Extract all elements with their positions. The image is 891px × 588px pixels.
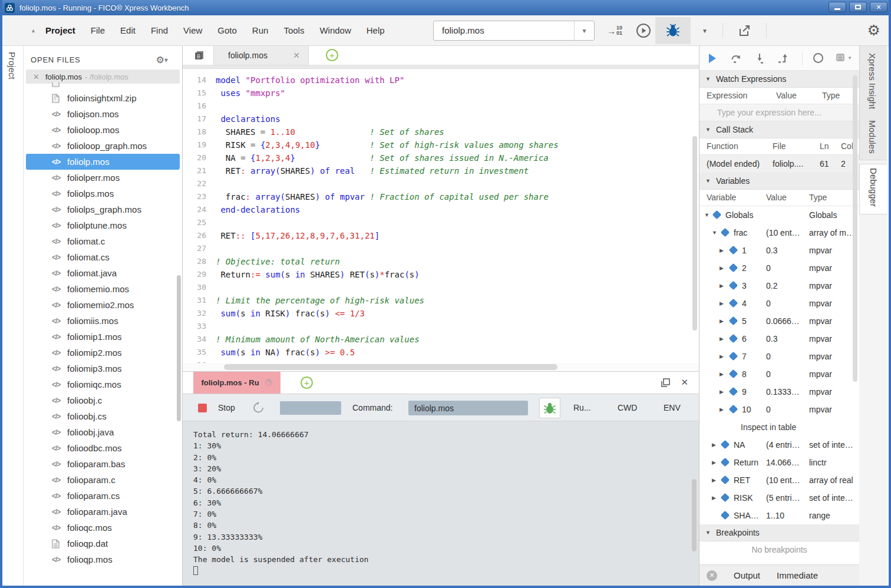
close-button[interactable]: ✕ (870, 2, 887, 12)
variable-row-2[interactable]: ▶20mpvar (699, 259, 859, 277)
run-debug-button[interactable] (539, 398, 560, 418)
watch-expression-input[interactable]: Type your expression here... (699, 104, 859, 121)
variable-row-SHA[interactable]: SHA…1..10range (699, 507, 859, 524)
file-tree-item-foliomip2-mos[interactable]: </>foliomip2.mos (24, 345, 182, 361)
panel-list-icon[interactable]: ▼ (836, 54, 852, 62)
file-tree-item-folioloop_graph-mos[interactable]: </>folioloop_graph.mos (24, 138, 182, 154)
open-files-gear-icon[interactable]: ⚙▼ (156, 54, 169, 65)
new-run-tab-button[interactable]: + (301, 376, 313, 389)
chevron-right-icon[interactable]: ▶ (712, 495, 716, 501)
variable-row-9[interactable]: ▶90.1333…mpvar (699, 383, 859, 401)
tab-modules[interactable]: Modules (867, 120, 877, 156)
variable-row-Globals[interactable]: ▼GlobalsGlobals (699, 206, 859, 224)
file-tree-item-folioqp-mos[interactable]: </>folioqp.mos (24, 551, 182, 567)
project-panel-tab[interactable]: Project (7, 52, 17, 82)
step-over-icon[interactable] (730, 52, 742, 64)
file-tree-item-foliojson-mos[interactable]: </>foliojson.mos (24, 106, 182, 122)
compile-button[interactable]: → 1001 (601, 21, 628, 40)
step-out-icon[interactable] (777, 52, 789, 64)
close-run-pane-icon[interactable]: ✕ (681, 377, 688, 388)
file-list-icon[interactable] (191, 48, 207, 62)
run-output-console[interactable]: Total return: 14.066666671: 30%2: 0%3: 2… (183, 421, 699, 586)
close-tab-icon[interactable]: ✕ (293, 51, 300, 60)
menu-tools[interactable]: Tools (276, 15, 312, 45)
file-tree-item-foliomat-java[interactable]: </>foliomat.java (24, 265, 182, 281)
clear-console-icon[interactable]: ✕ (707, 570, 717, 581)
file-tree-item-folioparam-java[interactable]: </>folioparam.java (24, 504, 182, 520)
chevron-down-icon[interactable]: ▼ (712, 230, 717, 236)
file-tree-item-folioobj-c[interactable]: </>folioobj.c (24, 392, 182, 408)
call-stack-header[interactable]: ▼ Call Stack (699, 121, 859, 138)
variable-row-RET[interactable]: ▶RET(10 ent…array of real (699, 471, 859, 489)
chevron-right-icon[interactable]: ▶ (720, 354, 724, 359)
file-tree-item-foliomip1-mos[interactable]: </>foliomip1.mos (24, 329, 182, 345)
code-editor[interactable]: 14model "Portfolio optimization with LP"… (183, 69, 699, 371)
console-tab-output[interactable]: Output (734, 570, 760, 580)
file-tree-item-folioinsightxml-zip[interactable]: folioinsightxml.zip (24, 90, 182, 106)
file-tree-item-foliolps-mos[interactable]: </>foliolps.mos (24, 186, 182, 201)
file-tree-scrollbar[interactable] (177, 275, 181, 421)
file-tree-item-folioparam-cs[interactable]: </>folioparam.cs (24, 488, 182, 504)
run-button[interactable] (633, 21, 654, 40)
variable-row-3[interactable]: ▶30.2mpvar (699, 277, 859, 295)
chevron-right-icon[interactable]: ▶ (720, 300, 724, 306)
chevron-right-icon[interactable]: ▶ (720, 407, 724, 412)
stop-label[interactable]: Stop (218, 403, 235, 412)
output-scrollbar[interactable] (692, 479, 697, 551)
tab-xpress-insight[interactable]: Xpress Insight (867, 53, 877, 111)
file-tree-item-folioparam-bas[interactable]: </>folioparam.bas (24, 456, 182, 472)
chevron-right-icon[interactable]: ▶ (720, 336, 724, 342)
variable-row-4[interactable]: ▶40mpvar (699, 295, 859, 312)
open-file-item[interactable]: ✕ foliolp.mos - /foliolp.mos (26, 70, 180, 84)
inspect-in-table-link[interactable]: Inspect in table (741, 422, 796, 432)
file-tree-item-folioobj-cs[interactable]: </>folioobj.cs (24, 408, 182, 424)
file-tree-item-folioqc-mos[interactable]: </>folioqc.mos (24, 520, 182, 536)
collapse-toolbar-icon[interactable]: ▲ (31, 28, 36, 34)
variable-row-RISK[interactable]: ▶RISK(5 entri…set of inte… (699, 489, 859, 507)
variable-row-8[interactable]: ▶80mpvar (699, 365, 859, 383)
chevron-down-icon[interactable]: ▼ (574, 21, 594, 40)
run-tab-foliolp[interactable]: foliolp.mos - Ru (193, 372, 280, 394)
variable-row-5[interactable]: ▶50.0666…mpvar (699, 312, 859, 330)
call-stack-row[interactable]: (Model ended)foliolp....612 (699, 155, 859, 173)
file-tree-item-foliolperr-mos[interactable]: </>foliolperr.mos (24, 170, 182, 186)
breakpoints-header[interactable]: ▼ Breakpoints (699, 524, 859, 541)
chevron-right-icon[interactable]: ▶ (720, 247, 724, 253)
variable-row-1[interactable]: ▶10.3mpvar (699, 242, 859, 259)
close-icon[interactable]: ✕ (33, 72, 39, 81)
variable-row-frac[interactable]: ▼frac(10 ent…array of m… (699, 224, 859, 242)
share-button[interactable] (732, 21, 758, 40)
cwd-button[interactable]: CWD (618, 403, 637, 412)
file-tree-item-foliomiis-mos[interactable]: </>foliomiis.mos (24, 313, 182, 329)
file-tree-item-folioodbc-mos[interactable]: </>folioodbc.mos (24, 440, 182, 456)
file-tree-item-folioqp-dat[interactable]: folioqp.dat (24, 536, 182, 551)
menu-file[interactable]: File (83, 15, 113, 45)
variables-header[interactable]: ▼ Variables (699, 173, 859, 190)
refresh-icon[interactable] (252, 401, 266, 415)
maximize-button[interactable] (849, 2, 867, 12)
chevron-right-icon[interactable]: ▶ (712, 442, 716, 448)
chevron-right-icon[interactable]: ▶ (720, 265, 724, 271)
editor-vscrollbar[interactable] (692, 136, 697, 331)
stop-icon[interactable] (198, 404, 207, 412)
settings-gear-icon[interactable]: ⚙ (867, 22, 880, 39)
chevron-right-icon[interactable]: ▶ (720, 371, 724, 377)
variable-row-10[interactable]: ▶100mpvar (699, 401, 859, 418)
watch-expressions-header[interactable]: ▼ Watch Expressions (699, 71, 859, 88)
variable-row-NA[interactable]: ▶NA(4 entri…set of inte… (699, 436, 859, 454)
editor-tab-foliolp[interactable]: foliolp.mos ✕ (213, 46, 309, 65)
file-tree-item-foliomat-cs[interactable]: </>foliomat.cs (24, 249, 182, 265)
debug-button[interactable] (655, 17, 691, 44)
chevron-right-icon[interactable]: ▶ (720, 389, 724, 395)
file-tree-item-folioobj-java[interactable]: </>folioobj.java (24, 424, 182, 440)
debug-dropdown-caret[interactable]: ▼ (695, 21, 714, 40)
resume-icon[interactable] (709, 54, 716, 63)
variable-row-6[interactable]: ▶60.3mpvar (699, 330, 859, 348)
menu-help[interactable]: Help (359, 15, 392, 45)
file-tree-item-foliolptune-mos[interactable]: </>foliolptune.mos (24, 217, 182, 233)
menu-window[interactable]: Window (312, 15, 358, 45)
editor-hscrollbar[interactable] (183, 363, 699, 371)
file-tree-item-foliomat-c[interactable]: </>foliomat.c (24, 233, 182, 249)
file-tree-item-foliolps_graph-mos[interactable]: </>foliolps_graph.mos (24, 201, 182, 217)
run-menu-button[interactable]: Ru... (573, 403, 591, 412)
